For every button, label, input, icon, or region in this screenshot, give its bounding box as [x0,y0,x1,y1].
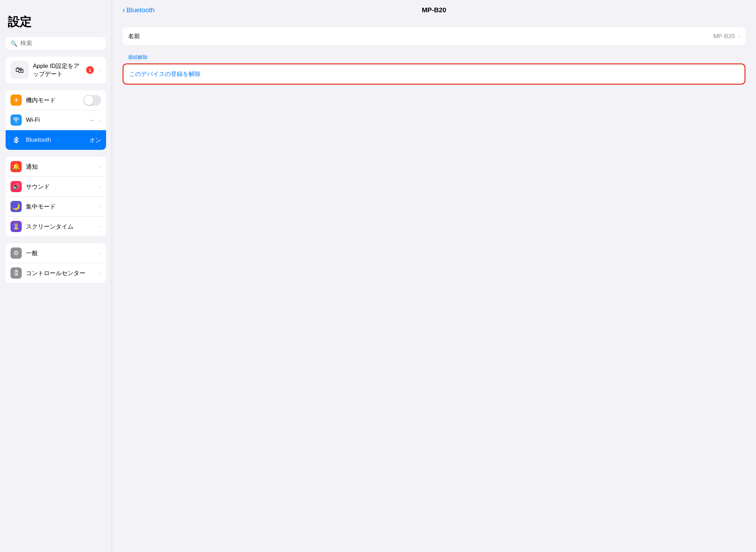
focus-label: 集中モード [26,203,94,211]
sidebar-item-screentime[interactable]: ⏳ スクリーンタイム › [6,217,106,236]
apple-id-label: Apple ID設定をアップデート [33,62,82,78]
bluetooth-value: オン [89,136,101,144]
sidebar-item-general[interactable]: ⚙ 一般 › [6,243,106,263]
search-bar[interactable]: 🔍 [6,37,106,50]
sidebar-item-sound[interactable]: 🔊 サウンド › [6,177,106,197]
svg-text:🛍: 🛍 [15,65,24,75]
apple-id-badge: 1 [86,66,94,74]
wifi-icon [10,114,22,126]
back-label: Bluetooth [126,6,154,14]
wifi-value: – [91,117,94,124]
screentime-chevron: › [99,224,101,229]
panel-content: 名前 MP-B20 › 接続解除 このデバイスの登録を解除 [112,20,756,99]
bluetooth-label: Bluetooth [26,137,85,144]
panel-header: ‹ Bluetooth MP-B20 [112,0,756,20]
sidebar: 設定 🔍 🛍 Apple ID設定をアップデート 1 › ✈ 機内モード [0,0,112,552]
wifi-chevron: › [99,117,101,123]
general-settings-group: ⚙ 一般 › 🎛 コントロールセンター › [6,243,106,283]
sidebar-item-airplane[interactable]: ✈ 機内モード [6,90,106,110]
network-settings-group: ✈ 機内モード Wi-Fi – › [6,90,106,150]
apple-id-chevron: › [99,67,101,73]
search-input[interactable] [20,40,101,47]
screentime-icon: ⏳ [10,221,22,232]
sidebar-title: 設定 [6,14,106,30]
back-button[interactable]: ‹ Bluetooth [122,6,155,15]
disconnect-section-label: 接続解除 [122,52,746,63]
back-chevron-icon: ‹ [122,6,125,15]
general-label: 一般 [26,249,94,257]
screentime-label: スクリーンタイム [26,223,94,231]
notifications-settings-group: 🔔 通知 › 🔊 サウンド › 🌙 集中モード › ⏳ スクリーンタイム › [6,157,106,236]
stores-icon: 🛍 [10,61,29,79]
notifications-icon: 🔔 [10,161,22,172]
name-row-label: 名前 [128,32,710,40]
controlcenter-chevron: › [99,270,101,276]
airplane-label: 機内モード [26,96,79,104]
name-card: 名前 MP-B20 › [122,27,746,45]
airplane-toggle[interactable] [83,95,101,106]
wifi-label: Wi-Fi [26,117,86,124]
controlcenter-label: コントロールセンター [26,269,94,277]
controlcenter-icon: 🎛 [10,267,22,279]
name-row-value: MP-B20 [713,33,735,40]
sidebar-item-wifi[interactable]: Wi-Fi – › [6,110,106,130]
sound-label: サウンド [26,183,94,191]
name-row-chevron: › [738,34,740,39]
forget-device-label: このデバイスの登録を解除 [129,70,739,78]
sound-icon: 🔊 [10,181,22,192]
search-icon: 🔍 [10,40,18,47]
focus-icon: 🌙 [10,201,22,212]
bluetooth-icon [10,134,22,146]
focus-chevron: › [99,204,101,209]
airplane-icon: ✈ [10,95,22,106]
name-row[interactable]: 名前 MP-B20 › [122,27,746,45]
disconnect-section: 接続解除 このデバイスの登録を解除 [122,52,746,85]
notifications-chevron: › [99,164,101,169]
sidebar-item-notifications[interactable]: 🔔 通知 › [6,157,106,177]
apple-id-row[interactable]: 🛍 Apple ID設定をアップデート 1 › [6,57,106,83]
main-panel: ‹ Bluetooth MP-B20 名前 MP-B20 › 接続解除 このデバ… [112,0,756,552]
sidebar-item-controlcenter[interactable]: 🎛 コントロールセンター › [6,263,106,283]
sidebar-item-bluetooth[interactable]: Bluetooth オン [6,130,106,150]
general-chevron: › [99,250,101,256]
apple-id-info: Apple ID設定をアップデート [33,62,82,78]
forget-device-card[interactable]: このデバイスの登録を解除 [122,63,746,85]
forget-device-row[interactable]: このデバイスの登録を解除 [124,64,744,84]
general-icon: ⚙ [10,247,22,259]
notifications-label: 通知 [26,163,94,171]
sound-chevron: › [99,184,101,189]
sidebar-item-focus[interactable]: 🌙 集中モード › [6,197,106,217]
panel-title: MP-B20 [422,6,446,14]
